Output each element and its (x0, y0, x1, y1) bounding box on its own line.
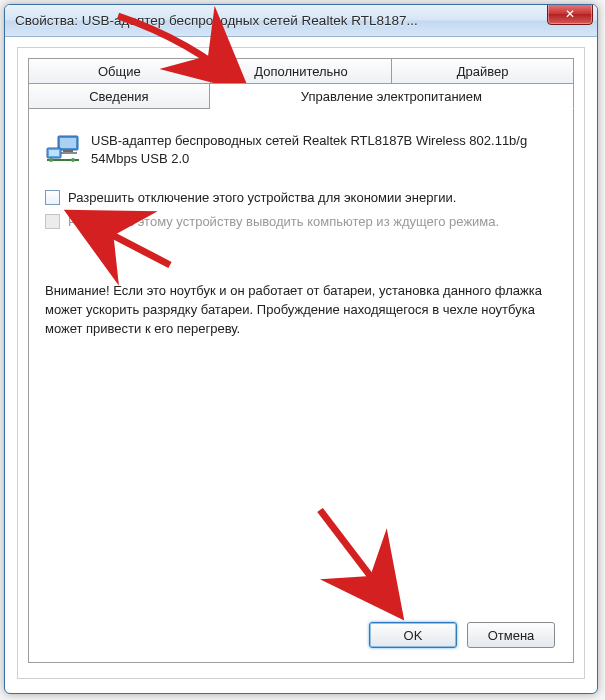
tab-label: Общие (98, 64, 141, 79)
window-title: Свойства: USB-адаптер беспроводных сетей… (15, 13, 591, 28)
network-adapter-icon (45, 132, 81, 166)
tab-label: Сведения (89, 89, 148, 104)
checkbox-allow-wake-row: Разрешить этому устройству выводить комп… (45, 213, 561, 231)
checkbox-allow-power-off-row: Разрешить отключение этого устройства дл… (45, 189, 561, 207)
svg-point-6 (49, 158, 53, 162)
button-label: OK (404, 628, 423, 643)
cancel-button[interactable]: Отмена (467, 622, 555, 648)
tab-label: Дополнительно (254, 64, 348, 79)
checkbox-allow-wake-label: Разрешить этому устройству выводить комп… (68, 213, 499, 231)
checkbox-allow-wake (45, 214, 60, 229)
svg-rect-5 (49, 150, 59, 156)
warning-text: Внимание! Если это ноутбук и он работает… (45, 282, 557, 339)
close-icon: ✕ (565, 7, 575, 21)
tab-panel-power: USB-адаптер беспроводных сетей Realtek R… (28, 108, 574, 663)
svg-rect-3 (59, 152, 77, 154)
content-frame: Общие Дополнительно Драйвер Сведения Упр… (17, 47, 585, 679)
tab-control: Общие Дополнительно Драйвер Сведения Упр… (18, 48, 584, 663)
svg-rect-1 (60, 138, 76, 148)
svg-point-7 (71, 158, 75, 162)
checkbox-allow-power-off[interactable] (45, 190, 60, 205)
tab-row-2: Сведения Управление электропитанием (28, 83, 574, 109)
button-label: Отмена (488, 628, 535, 643)
device-header: USB-адаптер беспроводных сетей Realtek R… (45, 132, 561, 167)
tab-label: Управление электропитанием (301, 89, 482, 104)
properties-window: Свойства: USB-адаптер беспроводных сетей… (4, 4, 598, 694)
tab-driver[interactable]: Драйвер (392, 58, 574, 84)
tab-power-management[interactable]: Управление электропитанием (210, 83, 574, 109)
close-button[interactable]: ✕ (547, 4, 593, 25)
tab-label: Драйвер (457, 64, 509, 79)
ok-button[interactable]: OK (369, 622, 457, 648)
tab-general[interactable]: Общие (28, 58, 211, 84)
checkbox-allow-power-off-label: Разрешить отключение этого устройства дл… (68, 189, 456, 207)
svg-rect-2 (63, 150, 73, 152)
device-name: USB-адаптер беспроводных сетей Realtek R… (91, 132, 561, 167)
dialog-buttons: OK Отмена (369, 622, 555, 648)
tab-details[interactable]: Сведения (28, 83, 210, 109)
tab-row-1: Общие Дополнительно Драйвер (28, 58, 574, 84)
tab-advanced[interactable]: Дополнительно (211, 58, 393, 84)
titlebar: Свойства: USB-адаптер беспроводных сетей… (5, 5, 597, 37)
